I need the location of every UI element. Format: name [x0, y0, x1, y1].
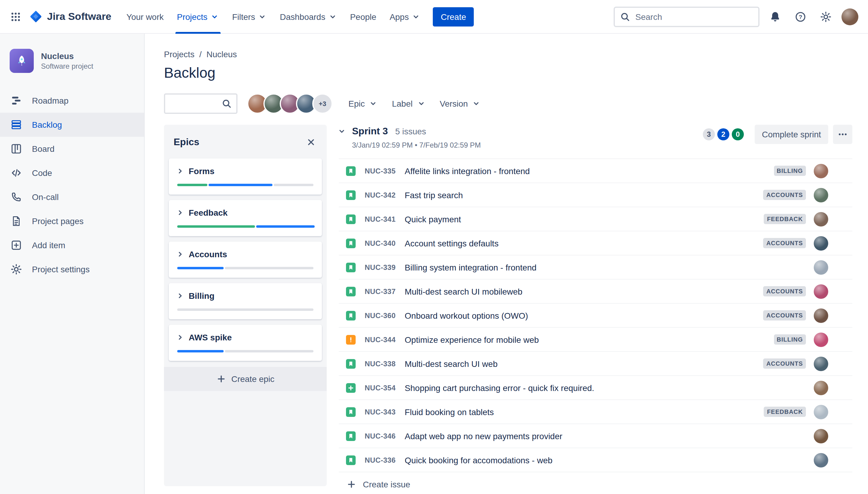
create-epic-button[interactable]: Create epic [164, 367, 327, 391]
issue-row-nuc-354[interactable]: NUC-354Shopping cart purchasing error - … [339, 376, 852, 400]
roadmap-icon [10, 95, 23, 107]
sprint-more-button[interactable] [833, 125, 852, 144]
issue-summary: Quick payment [405, 214, 461, 224]
issue-row-nuc-336[interactable]: NUC-336Quick booking for accomodations -… [339, 448, 852, 472]
sidebar-item-label: Backlog [32, 120, 62, 130]
issue-row-nuc-346[interactable]: NUC-346Adapt web app no new payments pro… [339, 424, 852, 448]
notifications-button[interactable] [765, 7, 785, 26]
chevron-right-icon [176, 291, 184, 300]
sidebar-item-on-call[interactable]: On-call [0, 185, 144, 209]
issue-assignee-avatar[interactable] [814, 236, 828, 250]
sprint-issue-count: 5 issues [395, 127, 426, 136]
jira-logo[interactable]: Jira Software [29, 10, 112, 23]
story-icon [346, 190, 356, 200]
nav-item-people[interactable]: People [343, 0, 383, 34]
sidebar-item-code[interactable]: Code [0, 161, 144, 185]
issue-row-nuc-341[interactable]: NUC-341Quick paymentFEEDBACK [339, 207, 852, 231]
issue-row-nuc-343[interactable]: NUC-343Fluid booking on tabletsFEEDBACK [339, 400, 852, 424]
sprint-header: Sprint 3 5 issues 3/Jan/19 02:59 PM • 7/… [339, 125, 852, 149]
nav-item-your-work[interactable]: Your work [120, 0, 171, 34]
settings-button[interactable] [816, 7, 835, 26]
complete-sprint-button[interactable]: Complete sprint [755, 125, 828, 144]
issue-assignee-avatar[interactable] [814, 453, 828, 467]
epic-progress-bar [177, 350, 313, 353]
issue-summary: Shopping cart purchasing error - quick f… [405, 383, 594, 393]
project-type: Software project [41, 62, 93, 71]
story-icon [346, 431, 356, 441]
issue-label-lozenge: FEEDBACK [764, 407, 806, 417]
issue-assignee-avatar[interactable] [814, 308, 828, 323]
epics-panel: Epics FormsFeedbackAccountsBillingAWS sp… [164, 125, 327, 486]
epic-card-accounts[interactable]: Accounts [169, 242, 322, 278]
issue-row-nuc-344[interactable]: NUC-344Optimize experience for mobile we… [339, 328, 852, 352]
nav-item-filters[interactable]: Filters [225, 0, 273, 34]
issue-assignee-avatar[interactable] [814, 164, 828, 178]
issue-assignee-avatar[interactable] [814, 332, 828, 347]
issue-row-nuc-360[interactable]: NUC-360Onboard workout options (OWO)ACCO… [339, 304, 852, 328]
issue-assignee-avatar[interactable] [814, 212, 828, 226]
nav-item-projects[interactable]: Projects [170, 0, 225, 34]
global-search-input[interactable] [634, 11, 753, 22]
story-icon [346, 359, 356, 368]
sidebar-item-project-settings[interactable]: Project settings [0, 257, 144, 281]
sidebar-item-label: Board [32, 144, 55, 154]
issue-assignee-avatar[interactable] [814, 429, 828, 443]
chevron-down-icon [328, 12, 337, 21]
sidebar-nav: RoadmapBacklogBoardCodeOn-callProject pa… [0, 89, 144, 281]
issue-row-nuc-340[interactable]: NUC-340Account settings defaultsACCOUNTS [339, 231, 852, 255]
issue-key: NUC-335 [365, 167, 396, 175]
app-switcher-button[interactable] [6, 7, 25, 26]
epic-progress-bar [177, 267, 313, 269]
issue-assignee-avatar[interactable] [814, 356, 828, 371]
sidebar-item-backlog[interactable]: Backlog [0, 113, 144, 137]
epic-card-billing[interactable]: Billing [169, 283, 322, 319]
issue-row-nuc-335[interactable]: NUC-335Affelite links integration - fron… [339, 159, 852, 183]
backlog-search-input[interactable] [170, 98, 219, 109]
filter-dropdown-version[interactable]: Version [432, 94, 488, 113]
issue-assignee-avatar[interactable] [814, 380, 828, 395]
sidebar-item-label: Project pages [32, 216, 84, 226]
issue-row-nuc-337[interactable]: NUC-337Multi-dest search UI mobilewebACC… [339, 280, 852, 304]
user-avatar[interactable] [842, 8, 858, 25]
sidebar-item-board[interactable]: Board [0, 137, 144, 161]
chevron-down-icon [337, 127, 346, 136]
help-button[interactable]: ? [791, 7, 810, 26]
create-issue-button[interactable]: Create issue [339, 472, 852, 494]
issue-assignee-avatar[interactable] [814, 260, 828, 274]
nav-item-label: Dashboards [280, 12, 325, 21]
issue-row-nuc-342[interactable]: NUC-342Fast trip searchACCOUNTS [339, 183, 852, 207]
sidebar-item-roadmap[interactable]: Roadmap [0, 89, 144, 113]
epic-card-aws-spike[interactable]: AWS spike [169, 325, 322, 361]
story-icon [346, 166, 356, 176]
issue-list: NUC-335Affelite links integration - fron… [339, 158, 852, 472]
code-icon [10, 167, 23, 179]
sidebar-item-project-pages[interactable]: Project pages [0, 209, 144, 233]
issue-assignee-avatar[interactable] [814, 284, 828, 299]
breadcrumb-project[interactable]: Nucleus [206, 50, 237, 59]
nav-item-apps[interactable]: Apps [383, 0, 427, 34]
issue-summary: Fast trip search [405, 190, 463, 200]
issue-row-nuc-338[interactable]: NUC-338Multi-dest search UI webACCOUNTS [339, 352, 852, 376]
epic-card-feedback[interactable]: Feedback [169, 200, 322, 236]
jira-backlog-page: Jira Software Your workProjectsFiltersDa… [0, 0, 868, 494]
search-icon [222, 99, 232, 109]
filter-dropdown-epic[interactable]: Epic [341, 94, 385, 113]
epic-card-forms[interactable]: Forms [169, 158, 322, 195]
breadcrumb-projects[interactable]: Projects [164, 50, 195, 59]
avatar-overflow[interactable]: +3 [312, 93, 333, 114]
story-icon [346, 238, 356, 248]
create-button[interactable]: Create [433, 7, 474, 26]
sidebar-item-add-item[interactable]: Add item [0, 233, 144, 257]
close-epics-button[interactable] [301, 133, 321, 152]
global-search[interactable] [614, 6, 759, 27]
issue-assignee-avatar[interactable] [814, 404, 828, 419]
sprint-name: Sprint 3 [352, 126, 388, 137]
collapse-sprint-button[interactable] [335, 125, 348, 138]
nav-item-dashboards[interactable]: Dashboards [273, 0, 343, 34]
rocket-icon [15, 54, 28, 68]
filter-dropdown-label[interactable]: Label [385, 94, 432, 113]
issue-assignee-avatar[interactable] [814, 188, 828, 202]
sprint-badge-done: 0 [732, 128, 744, 140]
issue-row-nuc-339[interactable]: NUC-339Billing system integration - fron… [339, 255, 852, 280]
backlog-search[interactable] [164, 93, 238, 114]
